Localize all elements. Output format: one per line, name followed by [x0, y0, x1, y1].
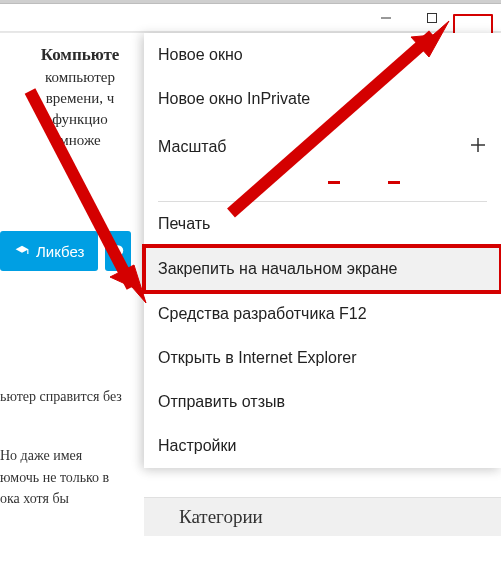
- tag-partial[interactable]: [105, 231, 131, 271]
- maximize-button[interactable]: [409, 4, 455, 31]
- article-fragment-1: ьютер справится без: [0, 386, 144, 407]
- titlebar: [0, 4, 501, 32]
- page-body: Компьюте компьютер времени, ч функцио мн…: [0, 33, 501, 536]
- menu-settings[interactable]: Настройки: [144, 424, 501, 468]
- zoom-in-icon[interactable]: [469, 136, 487, 158]
- menu-print[interactable]: Печать: [144, 202, 501, 246]
- menu-zoom-indicator: [158, 173, 487, 193]
- article-headline-fragment: Компьюте компьютер времени, ч функцио мн…: [0, 43, 160, 151]
- zoom-label: Масштаб: [158, 138, 226, 156]
- menu-new-inprivate[interactable]: Новое окно InPrivate: [144, 77, 501, 121]
- menu-zoom-row: Масштаб: [144, 121, 501, 173]
- menu-dev-tools[interactable]: Средства разработчика F12: [144, 292, 501, 336]
- menu-send-feedback[interactable]: Отправить отзыв: [144, 380, 501, 424]
- categories-title: Категории: [179, 506, 263, 528]
- categories-card[interactable]: Категории: [144, 497, 501, 536]
- svg-rect-1: [428, 13, 437, 22]
- menu-open-in-ie[interactable]: Открыть в Internet Explorer: [144, 336, 501, 380]
- tag-row: Ликбез: [0, 231, 160, 275]
- tag-likbez[interactable]: Ликбез: [0, 231, 98, 271]
- more-menu: Новое окно Новое окно InPrivate Масштаб …: [144, 33, 501, 468]
- minimize-button[interactable]: [363, 4, 409, 31]
- tag-label: Ликбез: [36, 243, 84, 260]
- menu-new-window[interactable]: Новое окно: [144, 33, 501, 77]
- article-fragment-2: Но даже имея юмочь не только в ока хотя …: [0, 445, 144, 510]
- menu-pin-to-start[interactable]: Закрепить на начальном экране: [144, 246, 501, 292]
